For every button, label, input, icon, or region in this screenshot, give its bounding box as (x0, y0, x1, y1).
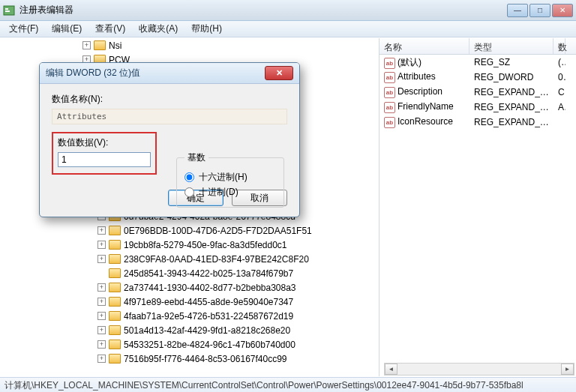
folder-icon (109, 283, 121, 292)
menu-file[interactable]: 文件(F) (3, 21, 44, 37)
tree-item[interactable]: +Nsi (0, 38, 379, 52)
folder-icon (109, 226, 121, 235)
string-value-icon: ab (384, 58, 395, 69)
string-value-icon: ab (384, 87, 395, 98)
maximize-button[interactable]: □ (530, 4, 550, 17)
radio-dec[interactable]: 十进制(D) (184, 186, 276, 199)
expand-icon[interactable]: + (98, 255, 106, 263)
menu-favorites[interactable]: 收藏夹(A) (133, 21, 184, 37)
expand-icon[interactable]: + (98, 312, 106, 320)
expand-icon[interactable]: + (98, 226, 106, 235)
edit-dword-dialog: 编辑 DWORD (32 位)值 ✕ 数值名称(N): Attributes 数… (39, 62, 300, 217)
list-row[interactable]: abDescriptionREG_EXPAND_SZC (380, 85, 576, 100)
radio-hex[interactable]: 十六进制(H) (184, 171, 276, 184)
string-value-icon: ab (384, 117, 395, 128)
tree-item[interactable]: +238C9FA8-0AAD-41ED-83F4-97BE242C8F20 (0, 252, 379, 266)
expand-icon[interactable]: + (98, 283, 106, 292)
tree-item[interactable]: +19cbb8fa-5279-450e-9fac-8a3d5fedd0c1 (0, 238, 379, 252)
expand-icon[interactable]: + (98, 355, 106, 363)
folder-icon (109, 240, 121, 250)
menu-view[interactable]: 查看(V) (89, 21, 131, 37)
string-value-icon: ab (384, 72, 395, 83)
col-type[interactable]: 类型 (470, 38, 554, 54)
tree-item[interactable]: +0E796BDB-100D-47D6-A2D5-F7D2DAA51F51 (0, 223, 379, 238)
list-row[interactable]: abAttributesREG_DWORD0 (380, 70, 576, 85)
tree-item[interactable]: +4faab71a-92e5-4726-b531-224587672d19 (0, 309, 379, 323)
list-header: 名称 类型 数 (380, 38, 576, 55)
expand-icon[interactable]: + (98, 340, 106, 349)
menu-edit[interactable]: 编辑(E) (46, 21, 88, 37)
folder-icon (94, 40, 106, 50)
value-list[interactable]: 名称 类型 数 ab(默认)REG_SZ(数 abAttributesREG_D… (380, 38, 576, 376)
data-label: 数值数据(V): (58, 136, 151, 149)
window-titlebar: 注册表编辑器 — □ ✕ (0, 0, 576, 21)
value-data-input[interactable] (58, 152, 151, 167)
expand-icon[interactable]: + (98, 298, 106, 306)
radio-hex-input[interactable] (184, 172, 194, 182)
dialog-titlebar[interactable]: 编辑 DWORD (32 位)值 ✕ (40, 63, 299, 84)
base-legend: 基数 (184, 151, 208, 164)
tree-item[interactable]: +54533251-82be-4824-96c1-47b60b740d00 (0, 337, 379, 352)
tree-item[interactable]: +4f971e89-eebd-4455-a8de-9e59040e7347 (0, 295, 379, 309)
horizontal-scrollbar[interactable]: ◄ ► (384, 363, 574, 376)
folder-icon (109, 297, 121, 307)
value-name-field: Attributes (52, 109, 287, 124)
svg-rect-1 (5, 8, 8, 10)
expand-icon[interactable]: + (82, 41, 91, 49)
name-label: 数值名称(N): (52, 93, 287, 106)
list-row[interactable]: abFriendlyNameREG_EXPAND_SZA (380, 100, 576, 115)
menu-bar: 文件(F) 编辑(E) 查看(V) 收藏夹(A) 帮助(H) (0, 21, 576, 37)
base-group: 基数 十六进制(H) 十进制(D) (176, 151, 284, 208)
dialog-close-button[interactable]: ✕ (265, 66, 293, 80)
window-close-button[interactable]: ✕ (552, 4, 573, 17)
window-title: 注册表编辑器 (20, 4, 507, 16)
radio-dec-input[interactable] (184, 187, 194, 197)
folder-icon (109, 268, 121, 278)
svg-rect-2 (5, 10, 10, 12)
col-name[interactable]: 名称 (380, 38, 470, 54)
status-bar: 计算机\HKEY_LOCAL_MACHINE\SYSTEM\CurrentCon… (0, 377, 576, 392)
scroll-left-icon[interactable]: ◄ (385, 364, 398, 375)
expand-icon[interactable]: + (98, 241, 106, 249)
folder-icon (109, 254, 121, 264)
expand-icon[interactable]: + (98, 326, 106, 334)
folder-icon (109, 354, 121, 364)
scroll-right-icon[interactable]: ► (561, 364, 574, 375)
list-row[interactable]: abIconResourceREG_EXPAND_SZ (380, 115, 576, 130)
folder-icon (109, 340, 121, 349)
tree-item[interactable]: 245d8541-3943-4422-b025-13a784f679b7 (0, 266, 379, 280)
tree-item[interactable]: +2a737441-1930-4402-8d77-b2bebba308a3 (0, 280, 379, 295)
folder-icon (109, 311, 121, 321)
list-row[interactable]: ab(默认)REG_SZ(数 (380, 55, 576, 70)
app-icon (3, 4, 15, 16)
scroll-track[interactable] (398, 364, 561, 375)
tree-item[interactable]: +501a4d13-42af-4429-9fd1-a8218c268e20 (0, 323, 379, 337)
minimize-button[interactable]: — (507, 4, 528, 17)
col-data[interactable]: 数 (554, 38, 566, 54)
dialog-title: 编辑 DWORD (32 位)值 (46, 67, 265, 79)
folder-icon (109, 325, 121, 335)
tree-item[interactable]: +7516b95f-f776-4464-8c53-06167f40cc99 (0, 352, 379, 366)
menu-help[interactable]: 帮助(H) (185, 21, 228, 37)
string-value-icon: ab (384, 102, 395, 113)
